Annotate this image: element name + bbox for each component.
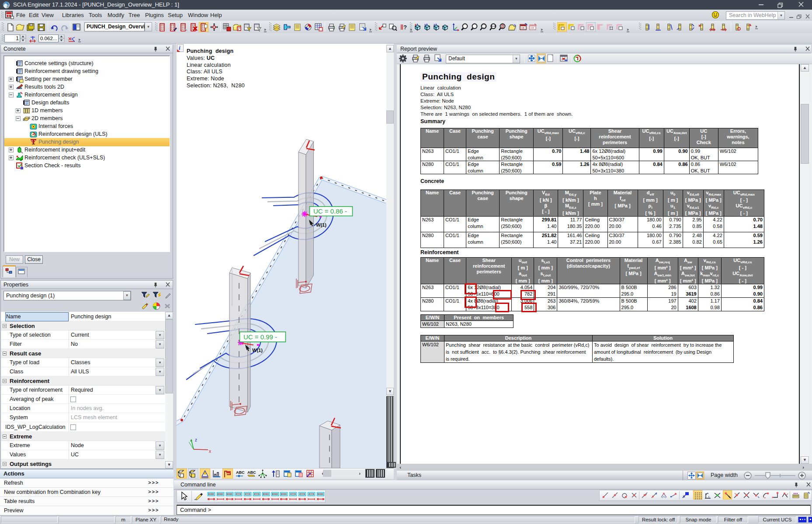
svg-text:1: 1 <box>708 496 710 499</box>
svg-text:W(1): W(1) <box>316 222 326 228</box>
svg-text:+: + <box>462 27 464 31</box>
svg-text:UC = 0.86 -: UC = 0.86 - <box>313 207 347 215</box>
svg-text:AB: AB <box>521 27 524 29</box>
svg-text:y: y <box>424 23 426 27</box>
svg-text:ABC: ABC <box>236 470 245 475</box>
svg-text:UC = 0.99 -: UC = 0.99 - <box>243 333 277 341</box>
svg-text:?: ? <box>403 24 407 31</box>
svg-text:z: z <box>195 438 197 442</box>
svg-text:AB: AB <box>531 27 534 29</box>
svg-text:−: − <box>471 27 473 31</box>
svg-text:W(1): W(1) <box>252 348 263 353</box>
svg-text:ABC: ABC <box>247 470 256 475</box>
svg-text:z: z <box>434 23 435 26</box>
svg-text:x: x <box>415 23 416 26</box>
svg-text:x: x <box>209 449 211 454</box>
